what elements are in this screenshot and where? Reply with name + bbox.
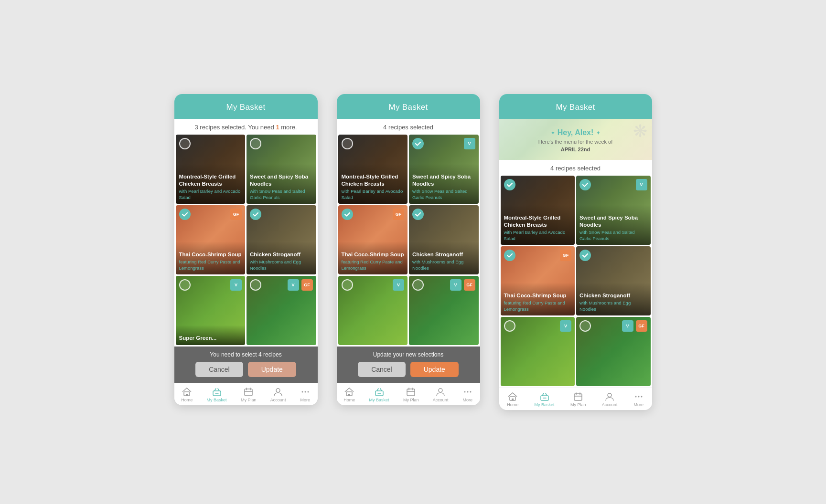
phone3-header: My Basket (499, 94, 652, 119)
recipe-card[interactable]: Montreal-Style Grilled Chicken Breasts w… (176, 135, 246, 204)
phone2-recipe-grid: Montreal-Style Grilled Chicken Breasts w… (337, 135, 480, 346)
badge-v: V (230, 279, 242, 291)
recipe-title: Montreal-Style Grilled Chicken Breasts (179, 173, 242, 188)
greeting-name: Hey, Alex! (507, 128, 644, 137)
svg-rect-19 (574, 394, 582, 400)
svg-point-7 (307, 391, 309, 393)
recipe-sub: with Snow Peas and Salted Garlic Peanuts (250, 189, 313, 200)
select-circle (579, 320, 591, 332)
home-icon (344, 387, 354, 397)
recipe-card[interactable]: V Sweet and Spicy Soba Noodles with Snow… (576, 176, 651, 245)
tab-home[interactable]: Home (343, 387, 355, 402)
recipe-card[interactable]: Montreal-Style Grilled Chicken Breasts w… (501, 176, 575, 245)
svg-rect-1 (186, 394, 188, 396)
phone-3: My Basket ❋ Hey, Alex! Here's the menu f… (499, 94, 652, 410)
tab-account[interactable]: Account (433, 387, 449, 402)
recipe-card[interactable]: GF Thai Coco-Shrimp Soup featuring Red C… (501, 246, 575, 315)
recipe-sub: with Snow Peas and Salted Garlic Peanuts (412, 189, 475, 200)
phone2-subtitle: 4 recipes selected (337, 119, 480, 135)
cancel-button[interactable]: Cancel (195, 362, 243, 377)
svg-point-12 (439, 388, 442, 392)
checked-circle (412, 138, 424, 149)
plan-icon (243, 387, 254, 397)
checked-circle (342, 209, 353, 220)
tab-home[interactable]: Home (507, 392, 518, 407)
tab-account[interactable]: Account (602, 392, 618, 407)
page-wrapper: My Basket 3 recipes selected. You need 1… (136, 65, 690, 439)
recipe-sub: featuring Red Curry Paste and Lemongrass (504, 300, 572, 312)
recipe-title: Super Green... (179, 335, 242, 342)
tab-label: My Basket (535, 402, 555, 407)
tab-basket[interactable]: My Basket (535, 392, 555, 407)
recipe-card[interactable]: GF Thai Coco-Shrimp Soup featuring Red C… (176, 205, 246, 274)
greeting-date: APRIL 22nd (507, 147, 644, 152)
tab-plan[interactable]: My Plan (570, 392, 586, 407)
cancel-button[interactable]: Cancel (358, 362, 406, 377)
tab-bar: Home My Basket My Plan Account (499, 388, 652, 410)
checked-circle (412, 209, 424, 220)
tab-basket[interactable]: My Basket (207, 387, 227, 402)
update-button[interactable]: Update (410, 362, 459, 377)
dandelion-decoration: ❋ (633, 121, 647, 141)
phone-1: My Basket 3 recipes selected. You need 1… (174, 94, 318, 405)
recipe-title: Thai Coco-Shrimp Soup (504, 292, 572, 299)
recipe-card[interactable]: V (501, 317, 575, 386)
recipe-card[interactable]: Chicken Stroganoff with Mushrooms and Eg… (247, 205, 316, 274)
tab-label: Account (602, 402, 618, 407)
tab-label: Account (270, 398, 286, 402)
action-message: You need to select 4 recipes (181, 351, 311, 358)
svg-point-5 (301, 391, 303, 393)
select-circle (250, 138, 261, 149)
update-button[interactable]: Update (248, 362, 296, 377)
recipe-card[interactable]: Sweet and Spicy Soba Noodles with Snow P… (247, 135, 316, 204)
checked-circle (579, 250, 591, 261)
select-circle (179, 279, 191, 291)
tab-label: My Plan (570, 402, 586, 407)
recipe-sub: featuring Red Curry Paste and Lemongrass (342, 259, 405, 271)
recipe-card[interactable]: Montreal-Style Grilled Chicken Breasts w… (338, 135, 408, 204)
svg-point-15 (470, 391, 471, 393)
tab-label: More (634, 402, 644, 407)
tab-basket[interactable]: My Basket (369, 387, 389, 402)
recipe-sub: with Pearl Barley and Avocado Salad (504, 230, 572, 242)
recipe-card[interactable]: Chicken Stroganoff with Mushrooms and Eg… (409, 205, 479, 274)
tab-more[interactable]: More (300, 387, 311, 402)
phone2-header: My Basket (337, 94, 480, 119)
checked-circle (504, 179, 515, 190)
greeting-panel: ❋ Hey, Alex! Here's the menu for the wee… (499, 119, 652, 160)
tab-home[interactable]: Home (181, 387, 193, 402)
select-circle (342, 279, 353, 291)
tab-plan[interactable]: My Plan (403, 387, 419, 402)
select-circle (179, 138, 191, 149)
recipe-card[interactable]: GF Thai Coco-Shrimp Soup featuring Red C… (338, 205, 408, 274)
phone1-recipe-grid: Montreal-Style Grilled Chicken Breasts w… (174, 135, 318, 346)
home-icon (182, 387, 192, 397)
home-icon (507, 392, 518, 401)
checked-circle (179, 209, 191, 220)
account-icon (273, 387, 283, 397)
select-circle (504, 320, 515, 332)
svg-point-13 (464, 391, 465, 393)
recipe-card[interactable]: V Super Green... (176, 276, 246, 345)
tab-more[interactable]: More (462, 387, 473, 402)
recipe-card[interactable]: V GF (576, 317, 651, 386)
more-icon (462, 387, 473, 397)
recipe-title: Sweet and Spicy Soba Noodles (250, 173, 313, 188)
badge-v: V (560, 320, 571, 332)
tab-account[interactable]: Account (270, 387, 286, 402)
more-icon (633, 392, 644, 401)
tab-more[interactable]: More (633, 392, 644, 407)
recipe-card[interactable]: V GF (409, 276, 479, 345)
recipe-title: Sweet and Spicy Soba Noodles (412, 173, 475, 188)
basket-icon (212, 387, 222, 397)
recipe-sub: with Pearl Barley and Avocado Salad (179, 189, 242, 200)
recipe-card[interactable]: V GF (247, 276, 316, 345)
badge-gf: GF (636, 320, 647, 332)
recipe-card[interactable]: Chicken Stroganoff with Mushrooms and Eg… (576, 246, 651, 315)
recipe-card[interactable]: V (338, 276, 408, 345)
recipe-title: Montreal-Style Grilled Chicken Breasts (342, 173, 405, 188)
tab-plan[interactable]: My Plan (241, 387, 257, 402)
action-bar: You need to select 4 recipes Cancel Upda… (174, 346, 318, 383)
recipe-card[interactable]: V Sweet and Spicy Soba Noodles with Snow… (409, 135, 479, 204)
svg-rect-17 (512, 399, 514, 400)
